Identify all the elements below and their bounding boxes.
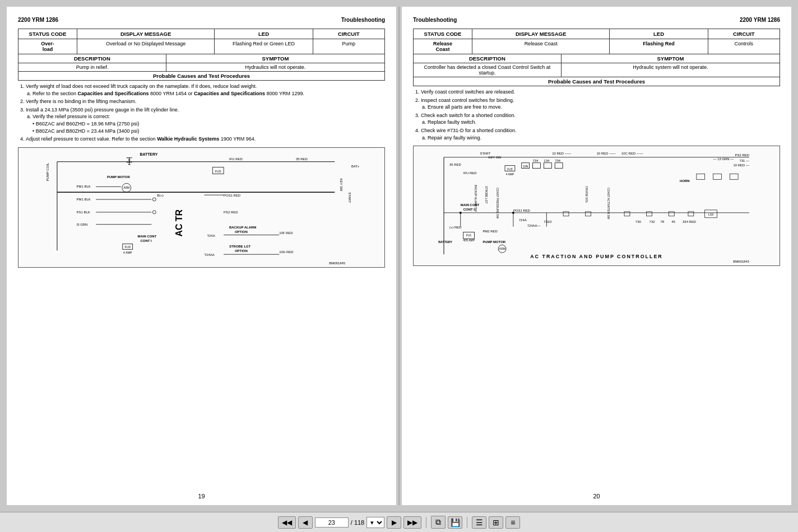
circuit-value: Pump [313,39,384,54]
col-status: STATUS CODE [18,29,77,39]
svg-text:35 RED: 35 RED [449,163,461,166]
last-page-button[interactable]: ▶▶ [403,516,421,529]
next-page-button[interactable]: ▶ [387,516,401,529]
svg-text:730: 730 [635,220,642,223]
svg-text:731D: 731D [544,220,551,223]
svg-text:COAST ACTIVATION SW: COAST ACTIVATION SW [607,188,610,220]
step-4: Adjust relief pressure to correct value.… [26,136,385,143]
r-col-led: LED [610,29,708,39]
svg-text:FUS: FUS [215,169,221,172]
svg-text:FU3: FU3 [507,168,513,171]
svg-text:PUMP MOTOR: PUMP MOTOR [482,241,505,244]
right-table-row: ReleaseCoast Release Coast Flashing Red … [414,39,780,54]
svg-text:10G RED: 10G RED [279,250,293,254]
svg-text:ARM: ARM [499,248,505,250]
r-step-3: Check each switch for a shorted conditio… [421,112,780,126]
svg-text:ARM: ARM [123,186,129,189]
main-content: 2200 YRM 1286 Troubleshooting STATUS COD… [0,0,798,512]
svg-text:10F RED: 10F RED [279,231,293,234]
left-header-title: 2200 YRM 1286 [18,17,58,23]
symptom-label: SYMPTOM [166,54,384,63]
step-1: Verify weight of load does not exceed li… [26,83,385,97]
copy-button[interactable]: ⧉ [431,516,446,529]
right-page: Troubleshooting 2200 YRM 1286 STATUS COD… [402,7,791,505]
r-col-circuit: CIRCUIT [708,29,780,39]
left-table: STATUS CODE DISPLAY MESSAGE LED CIRCUIT … [18,29,385,54]
svg-text:MAIN CONT: MAIN CONT [461,203,480,207]
svg-text:AC TR: AC TR [174,209,184,236]
right-page-number: 20 [593,493,600,500]
svg-text:PM1 BLK: PM1 BLK [77,198,91,201]
svg-rect-104 [586,212,591,216]
view-panel-button[interactable]: ≡ [505,516,520,529]
description-text: Pump in relief. [18,63,166,71]
svg-text:78: 78 [660,220,664,223]
svg-text:724A: 724A [519,218,527,222]
step-3a: Verify the relief pressure is correct: •… [33,113,385,134]
r-description-label: DESCRIPTION [414,54,562,63]
r-status-code: ReleaseCoast [414,39,472,54]
svg-text:OPTION: OPTION [235,249,248,253]
svg-point-27 [152,211,156,214]
page-divider [398,7,400,505]
svg-text:10C RED ——: 10C RED —— [621,152,643,155]
svg-text:4 AMP: 4 AMP [123,251,132,254]
page-select[interactable]: ▾ [366,517,384,528]
svg-text:40S AMP: 40S AMP [463,240,475,242]
r-display-message: Release Coast [472,39,610,54]
svg-text:734: 734 [555,159,561,162]
r-step-3a: Replace faulty switch. [428,119,780,126]
svg-text:AC TRACTION AND PUMP CONTROLLE: AC TRACTION AND PUMP CONTROLLER [530,254,663,259]
probable-causes: Probable Causes and Test Procedures [18,72,385,81]
svg-text:STROBE LGT: STROBE LGT [485,186,488,203]
toolbar: ◀◀ ◀ / 118 ▾ ▶ ▶▶ ⧉ 💾 ☰ ⊞ ≡ [0,512,798,532]
r-symptom-label: SYMPTOM [562,54,780,63]
r-col-status: STATUS CODE [414,29,472,39]
first-page-button[interactable]: ◀◀ [278,516,296,529]
r-step-1: Verify coast control switches are releas… [421,88,780,96]
r-col-display: DISPLAY MESSAGE [472,29,610,39]
r-desc-sym-header: DESCRIPTION SYMPTOM [413,54,780,63]
svg-text:CRUISE SOL: CRUISE SOL [585,186,588,203]
col-led: LED [215,29,313,39]
toolbar-separator-2 [467,517,467,528]
svg-rect-107 [669,212,674,216]
svg-text:BATTERY: BATTERY [438,241,452,244]
prev-page-button[interactable]: ◀ [298,516,313,529]
view-grid-button[interactable]: ⊞ [489,516,503,529]
svg-text:MAIN CONT: MAIN CONT [138,235,157,238]
svg-text:BAT+: BAT+ [351,164,360,167]
svg-text:COAST PRESSURE SW: COAST PRESSURE SW [496,188,499,218]
col-display: DISPLAY MESSAGE [77,29,215,39]
save-button[interactable]: 💾 [448,516,462,529]
svg-text:PM1 BLK: PM1 BLK [77,185,91,188]
svg-text:OPTION: OPTION [235,230,248,233]
r-step-2a: Ensure all parts are free to move. [428,104,780,111]
current-page-input[interactable] [315,517,349,528]
step-2: Verify there is no binding in the liftin… [26,98,385,105]
view-list-button[interactable]: ☰ [472,516,486,529]
svg-rect-77 [533,163,541,169]
left-steps: Verify weight of load does not exceed li… [18,83,385,143]
svg-text:PUMP MOTOR: PUMP MOTOR [107,175,130,179]
svg-text:T24AA: T24AA [204,253,214,256]
right-page-header: Troubleshooting 2200 YRM 1286 [413,17,780,23]
svg-text:POS1 RED: POS1 RED [513,209,530,212]
svg-text:START: START [480,152,490,155]
r-step-4: Check wire #731-D for a shorted conditio… [421,127,780,141]
svg-text:I3 GRN: I3 GRN [77,222,88,226]
left-header-section: Troubleshooting [341,17,385,23]
svg-text:(+) RED: (+) RED [449,226,462,229]
svg-text:FU1: FU1 [466,235,472,237]
display-message: Overload or No Displayed Message [77,39,215,54]
svg-text:10 RED —: 10 RED — [734,164,749,167]
svg-point-116 [460,212,462,214]
r-desc-sym-content: Controller has detected a closed Coast C… [413,63,780,77]
r-description-text: Controller has detected a closed Coast C… [414,63,562,77]
svg-text:IFU RED: IFU RED [463,171,477,175]
svg-point-117 [512,212,514,214]
r-step-2: Inspect coast control switches for bindi… [421,97,780,111]
svg-rect-79 [555,163,563,169]
step-1a: Refer to the section Capacities and Spec… [33,90,385,97]
svg-text:PM2 RED: PM2 RED [482,230,497,233]
